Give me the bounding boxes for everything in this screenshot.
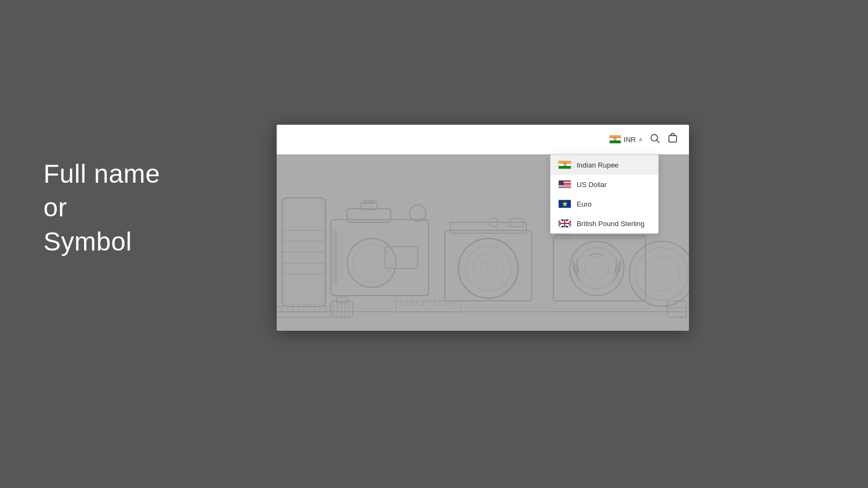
dropdown-item-eur[interactable]: Euro <box>551 194 658 214</box>
text-line3: Symbol <box>43 227 132 256</box>
cart-icon[interactable] <box>667 133 678 146</box>
flag-eu-dropdown <box>558 200 571 208</box>
text-line1: Full name <box>43 159 160 188</box>
svg-rect-2 <box>669 136 676 142</box>
flag-india-dropdown <box>558 160 571 169</box>
currency-selector[interactable]: INR ∧ <box>609 135 642 144</box>
app-window: INR ∧ Indian Rupee <box>277 125 689 331</box>
chevron-up-icon: ∧ <box>639 137 642 143</box>
left-description: Full name or Symbol <box>43 157 160 259</box>
navbar: INR ∧ Indian Rupee <box>277 125 689 155</box>
currency-dropdown: Indian Rupee US Dollar Euro British Poun… <box>550 155 659 234</box>
currency-label-gbp: British Pound Sterling <box>577 220 644 228</box>
currency-label-usd: US Dollar <box>577 181 607 189</box>
currency-code-label: INR <box>624 136 636 144</box>
dropdown-item-inr[interactable]: Indian Rupee <box>551 155 658 175</box>
text-line2: or <box>43 193 67 222</box>
currency-label-inr: Indian Rupee <box>577 161 618 169</box>
india-flag-icon <box>609 135 621 144</box>
search-icon[interactable] <box>650 133 660 145</box>
currency-label-eur: Euro <box>577 200 591 208</box>
navbar-right: INR ∧ <box>609 133 678 146</box>
flag-us-dropdown <box>558 180 571 189</box>
flag-uk-dropdown <box>558 219 571 228</box>
dropdown-item-usd[interactable]: US Dollar <box>551 175 658 194</box>
svg-point-0 <box>651 134 658 141</box>
svg-line-1 <box>657 140 659 143</box>
dropdown-item-gbp[interactable]: British Pound Sterling <box>551 214 658 233</box>
